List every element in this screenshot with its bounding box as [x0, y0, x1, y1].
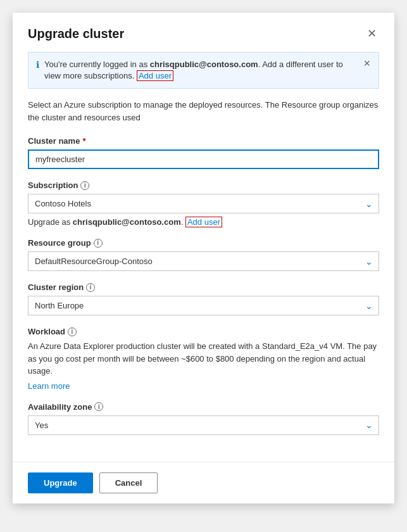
resource-group-field-group: Resource group i DefaultResourceGroup-Co… [28, 238, 379, 271]
subscription-select[interactable]: Contoso Hotels [28, 194, 379, 213]
availability-zone-select[interactable]: Yes No [28, 415, 379, 435]
info-banner-text: You're currently logged in as chrisqpubl… [44, 59, 358, 82]
resource-group-label: Resource group i [28, 238, 379, 248]
upgrade-button[interactable]: Upgrade [28, 472, 93, 493]
upgrade-cluster-dialog: Upgrade cluster ✕ ℹ You're currently log… [13, 13, 394, 504]
cluster-region-label: Cluster region i [28, 282, 379, 292]
cluster-region-select[interactable]: North Europe [28, 296, 379, 315]
required-star: * [82, 136, 85, 146]
info-banner: ℹ You're currently logged in as chrisqpu… [28, 52, 379, 89]
availability-zone-field-group: Availability zone i Yes No ⌄ [28, 402, 379, 435]
upgrade-as-text: Upgrade as chrisqpublic@contoso.com. Add… [28, 217, 379, 227]
availability-zone-label: Availability zone i [28, 402, 379, 412]
resource-group-select-wrapper: DefaultResourceGroup-Contoso ⌄ [28, 251, 379, 271]
dialog-title: Upgrade cluster [28, 27, 124, 41]
banner-close-button[interactable]: ✕ [363, 59, 371, 68]
banner-text-before: You're currently logged in as [44, 60, 150, 69]
subscription-field-group: Subscription i Contoso Hotels ⌄ Upgrade … [28, 180, 379, 227]
availability-zone-info-icon: i [94, 402, 103, 411]
upgrade-as-email: chrisqpublic@contoso.com [73, 217, 181, 227]
workload-label: Workload i [28, 327, 379, 336]
cluster-name-field-group: Cluster name * [28, 136, 379, 169]
dialog-header: Upgrade cluster ✕ [13, 13, 394, 52]
workload-description: An Azure Data Explorer production cluste… [28, 340, 379, 377]
dialog-footer: Upgrade Cancel [13, 462, 394, 504]
banner-email: chrisqpublic@contoso.com [150, 60, 258, 69]
description-text: Select an Azure subscription to manage t… [28, 99, 379, 124]
workload-field-group: Workload i An Azure Data Explorer produc… [28, 327, 379, 391]
subscription-label: Subscription i [28, 180, 379, 190]
workload-info-icon: i [68, 327, 77, 336]
resource-group-select[interactable]: DefaultResourceGroup-Contoso [28, 251, 379, 271]
cluster-region-select-wrapper: North Europe ⌄ [28, 296, 379, 315]
cluster-name-input[interactable] [28, 149, 379, 169]
learn-more-link[interactable]: Learn more [28, 381, 70, 391]
subscription-select-wrapper: Contoso Hotels ⌄ [28, 194, 379, 213]
cluster-region-info-icon: i [86, 283, 95, 292]
cluster-region-field-group: Cluster region i North Europe ⌄ [28, 282, 379, 315]
info-banner-icon: ℹ [36, 60, 39, 70]
dialog-body: Select an Azure subscription to manage t… [13, 99, 394, 462]
banner-add-user-link[interactable]: Add user [137, 70, 173, 81]
close-button[interactable]: ✕ [365, 25, 379, 42]
availability-zone-select-wrapper: Yes No ⌄ [28, 415, 379, 435]
subscription-info-icon: i [80, 181, 89, 190]
cluster-name-label: Cluster name * [28, 136, 379, 146]
cancel-button[interactable]: Cancel [99, 472, 158, 493]
resource-group-info-icon: i [94, 239, 103, 248]
subscription-add-user-link[interactable]: Add user [185, 217, 222, 227]
